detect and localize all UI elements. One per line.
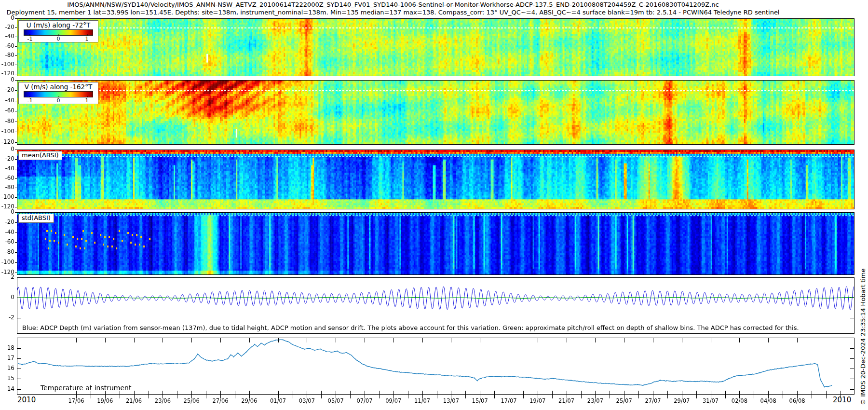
v-colorbar-tick-pos1: 1 <box>85 97 89 104</box>
date-major-tick-top <box>538 338 538 342</box>
u-velocity-heatmap <box>17 19 854 76</box>
v-colorbar-tick-neg1: -1 <box>27 97 32 104</box>
mean_absi-y-tick <box>15 150 17 150</box>
date-tick-label: 09/07 <box>385 397 401 404</box>
date-tick-label: 29/07 <box>674 397 690 404</box>
depth-y-tick-right <box>850 277 854 278</box>
mean_absi-y-tick-label: -60 <box>0 175 14 181</box>
date-major-tick-top <box>134 338 135 342</box>
mean_absi-y-tick <box>15 159 17 160</box>
v_velocity-y-tick <box>15 101 17 101</box>
mean_absi-y-tick <box>15 188 17 188</box>
std_absi-y-tick <box>15 232 17 233</box>
u-colorbar-tick-pos1: 1 <box>85 36 89 42</box>
u_velocity-y-tick-label: -40 <box>0 33 14 40</box>
date-minor-tick <box>754 391 754 398</box>
depth-y-tick-label: -2 <box>0 314 14 321</box>
mean_absi-y-tick-label: -100 <box>0 194 14 200</box>
u-colorbar-tick-zero: 0 <box>57 36 60 42</box>
u_velocity-y-tick-label: -100 <box>0 61 14 68</box>
v_velocity-y-tick-label: -100 <box>0 128 14 135</box>
std_absi-y-tick <box>15 222 17 223</box>
date-tick-label: 11/07 <box>414 397 430 404</box>
date-tick-label: 04/08 <box>760 397 776 404</box>
v_velocity-y-tick <box>15 90 17 91</box>
date-minor-tick <box>812 391 812 398</box>
date-major-tick-top <box>191 338 192 342</box>
date-major-tick-top <box>336 338 336 342</box>
date-major-tick-top <box>365 338 365 342</box>
temperature-y-tick-right <box>850 369 854 369</box>
date-minor-tick <box>841 391 841 398</box>
date-major-tick-top <box>768 338 769 342</box>
std_absi-y-tick-label: 0 <box>0 209 14 215</box>
std-absi-heatmap <box>17 213 854 274</box>
adcp-figure: IMOS/ANMN/NSW/SYD140/Velocity/IMOS_ANMN-… <box>0 0 868 410</box>
date-tick-label: 02/08 <box>732 397 747 404</box>
mean_absi-y-tick <box>15 169 17 169</box>
date-major-tick-top <box>682 338 682 342</box>
u_velocity-y-tick <box>15 46 17 47</box>
u_velocity-y-tick <box>15 37 17 37</box>
date-major-tick-top <box>509 338 509 342</box>
v-colorbar-tick-zero: 0 <box>57 97 60 104</box>
date-major-tick-top <box>307 338 307 342</box>
v-legend-label: V (m/s) along -162°T <box>19 83 98 91</box>
std_absi-y-tick-label: -100 <box>0 259 14 265</box>
u-colorbar-ticks: -1 0 1 <box>24 36 93 42</box>
date-minor-tick <box>826 391 827 398</box>
temperature-label: Temperature at instrument <box>41 384 131 392</box>
date-major-tick-top <box>163 338 163 342</box>
date-tick-label: 17/07 <box>501 397 516 404</box>
date-minor-tick <box>783 391 783 398</box>
v_velocity-y-tick-label: -60 <box>0 108 14 114</box>
date-minor-tick <box>177 391 177 398</box>
date-tick-label: 29/06 <box>241 397 257 404</box>
date-major-tick-top <box>653 338 653 342</box>
date-minor-tick <box>120 391 120 398</box>
mean-absi-panel: mean(ABSI) <box>17 150 854 209</box>
temperature-y-tick <box>17 389 21 390</box>
date-major-tick-top <box>220 338 221 342</box>
std_absi-y-tick <box>15 212 17 213</box>
temperature-y-tick-right <box>850 358 854 359</box>
date-minor-tick <box>437 391 437 398</box>
mean-absi-heatmap <box>17 150 854 209</box>
depth-y-tick <box>17 298 21 298</box>
temperature-panel: Temperature at instrument <box>17 338 854 395</box>
temperature-y-tick <box>17 379 21 379</box>
u_velocity-y-tick <box>15 55 17 56</box>
figure-title-line2: Deployment 15, member 1 lat=33.99S lon=1… <box>0 9 786 16</box>
depth-y-tick <box>17 318 21 318</box>
u_velocity-y-tick-label: -20 <box>0 24 14 30</box>
date-tick-label: 01/07 <box>270 397 286 404</box>
v-colorbar-ticks: -1 0 1 <box>24 97 93 104</box>
mean_absi-y-tick-label: -20 <box>0 156 14 162</box>
date-major-tick-top <box>451 338 451 342</box>
v_velocity-y-tick-label: -40 <box>0 97 14 104</box>
mean_absi-y-tick <box>15 197 17 198</box>
std_absi-y-tick-label: -40 <box>0 229 14 235</box>
std_absi-y-tick <box>15 273 17 273</box>
date-minor-tick <box>552 391 553 398</box>
date-tick-label: 23/06 <box>155 397 171 404</box>
std_absi-y-tick <box>15 242 17 243</box>
date-minor-tick <box>293 391 293 398</box>
depth-y-tick-label: 0 <box>0 294 14 301</box>
u_velocity-y-tick-label: 0 <box>0 15 14 21</box>
temperature-y-tick <box>17 358 21 359</box>
copyright-stamp: © IMOS 20-Dec-2024 23:35:14 Hobart time <box>859 268 867 405</box>
v-colorbar-legend: V (m/s) along -162°T -1 0 1 <box>18 82 98 104</box>
year-label-left: 2010 <box>17 396 36 404</box>
depth-y-tick-label: 2 <box>0 274 14 280</box>
date-major-tick-top <box>393 338 394 342</box>
depth-y-tick-right <box>850 318 854 318</box>
std_absi-y-tick-label: -80 <box>0 249 14 255</box>
date-tick-label: 31/07 <box>703 397 719 404</box>
date-tick-label: 15/07 <box>472 397 488 404</box>
date-tick-label: 07/07 <box>356 397 372 404</box>
date-tick-label: 05/07 <box>328 397 344 404</box>
temperature-y-tick-right <box>850 389 854 390</box>
std_absi-y-tick-label: -60 <box>0 239 14 245</box>
date-major-tick-top <box>278 338 279 342</box>
